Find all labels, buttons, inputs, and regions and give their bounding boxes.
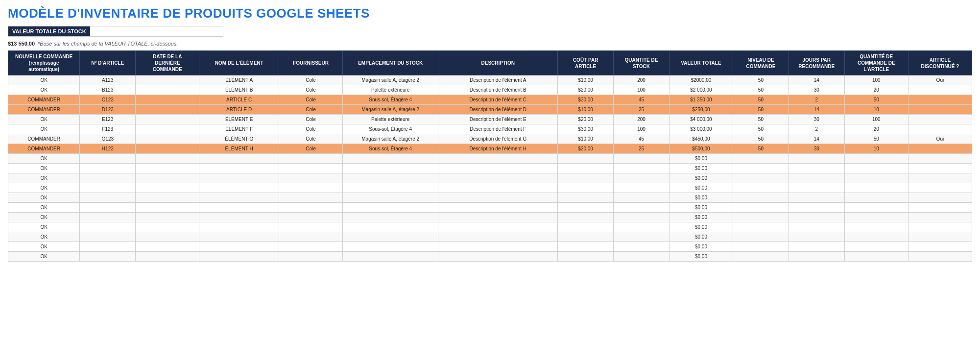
- cell-date[interactable]: [136, 242, 199, 252]
- cell-discontinu[interactable]: [908, 193, 972, 203]
- cell-discontinu[interactable]: [908, 124, 972, 134]
- cell-nouvelle[interactable]: COMMANDER: [8, 134, 80, 144]
- cell-jours[interactable]: 2: [789, 124, 844, 134]
- cell-quantite[interactable]: [614, 193, 669, 203]
- cell-numero[interactable]: B123: [80, 85, 136, 95]
- cell-niveau[interactable]: 50: [733, 144, 789, 154]
- cell-jours[interactable]: [789, 213, 844, 222]
- cell-date[interactable]: [136, 124, 199, 134]
- cell-fournisseur[interactable]: Cole: [279, 124, 342, 134]
- table-row[interactable]: OKA123ÉLÉMENT AColeMagasin salle A, étag…: [8, 75, 972, 85]
- cell-qte-commande[interactable]: [844, 213, 908, 222]
- cell-emplacement[interactable]: [343, 203, 438, 213]
- cell-numero[interactable]: [80, 222, 136, 232]
- cell-nom[interactable]: ARTICLE C: [199, 95, 279, 105]
- cell-cout[interactable]: [558, 232, 614, 242]
- cell-description[interactable]: Description de l'élément B: [438, 85, 558, 95]
- cell-numero[interactable]: F123: [80, 124, 136, 134]
- cell-discontinu[interactable]: [908, 203, 972, 213]
- cell-discontinu[interactable]: [908, 252, 972, 262]
- cell-fournisseur[interactable]: [279, 242, 342, 252]
- cell-date[interactable]: [136, 134, 199, 144]
- cell-discontinu[interactable]: [908, 242, 972, 252]
- cell-nom[interactable]: [199, 183, 279, 193]
- cell-niveau[interactable]: 50: [733, 75, 789, 85]
- table-row[interactable]: OK$0,00: [8, 154, 972, 164]
- cell-date[interactable]: [136, 252, 199, 262]
- cell-valeur[interactable]: $0,00: [669, 164, 733, 173]
- cell-discontinu[interactable]: [908, 115, 972, 124]
- cell-niveau[interactable]: [733, 183, 789, 193]
- cell-numero[interactable]: [80, 193, 136, 203]
- cell-fournisseur[interactable]: Cole: [279, 95, 342, 105]
- cell-cout[interactable]: $10,00: [558, 105, 614, 115]
- table-row[interactable]: OK$0,00: [8, 164, 972, 173]
- cell-nom[interactable]: ÉLÉMENT F: [199, 124, 279, 134]
- cell-fournisseur[interactable]: [279, 203, 342, 213]
- cell-description[interactable]: [438, 193, 558, 203]
- cell-description[interactable]: Description de l'élément D: [438, 105, 558, 115]
- cell-nouvelle[interactable]: OK: [8, 75, 80, 85]
- cell-qte-commande[interactable]: 100: [844, 75, 908, 85]
- cell-quantite[interactable]: 45: [614, 95, 669, 105]
- cell-cout[interactable]: [558, 213, 614, 222]
- cell-cout[interactable]: $30,00: [558, 95, 614, 105]
- cell-cout[interactable]: [558, 203, 614, 213]
- cell-emplacement[interactable]: [343, 193, 438, 203]
- cell-quantite[interactable]: 25: [614, 105, 669, 115]
- cell-quantite[interactable]: 200: [614, 115, 669, 124]
- cell-numero[interactable]: [80, 203, 136, 213]
- cell-cout[interactable]: [558, 173, 614, 183]
- cell-emplacement[interactable]: [343, 183, 438, 193]
- cell-emplacement[interactable]: Palette extérieure: [343, 115, 438, 124]
- cell-nom[interactable]: [199, 242, 279, 252]
- cell-date[interactable]: [136, 144, 199, 154]
- cell-fournisseur[interactable]: [279, 183, 342, 193]
- cell-niveau[interactable]: 50: [733, 124, 789, 134]
- cell-discontinu[interactable]: [908, 173, 972, 183]
- cell-valeur[interactable]: $0,00: [669, 252, 733, 262]
- cell-quantite[interactable]: [614, 222, 669, 232]
- cell-quantite[interactable]: 100: [614, 85, 669, 95]
- cell-jours[interactable]: 14: [789, 105, 844, 115]
- cell-niveau[interactable]: [733, 203, 789, 213]
- cell-emplacement[interactable]: [343, 252, 438, 262]
- cell-quantite[interactable]: 45: [614, 134, 669, 144]
- cell-jours[interactable]: 2: [789, 95, 844, 105]
- cell-quantite[interactable]: [614, 164, 669, 173]
- cell-jours[interactable]: 14: [789, 75, 844, 85]
- cell-description[interactable]: [438, 232, 558, 242]
- cell-nom[interactable]: ÉLÉMENT H: [199, 144, 279, 154]
- cell-cout[interactable]: [558, 242, 614, 252]
- cell-nom[interactable]: [199, 203, 279, 213]
- cell-valeur[interactable]: $2000,00: [669, 75, 733, 85]
- cell-nom[interactable]: [199, 252, 279, 262]
- cell-fournisseur[interactable]: [279, 252, 342, 262]
- cell-numero[interactable]: C123: [80, 95, 136, 105]
- cell-date[interactable]: [136, 213, 199, 222]
- cell-nouvelle[interactable]: OK: [8, 232, 80, 242]
- cell-niveau[interactable]: [733, 222, 789, 232]
- cell-fournisseur[interactable]: [279, 232, 342, 242]
- cell-discontinu[interactable]: [908, 222, 972, 232]
- table-row[interactable]: COMMANDERH123ÉLÉMENT HColeSous-sol, Étag…: [8, 144, 972, 154]
- cell-date[interactable]: [136, 173, 199, 183]
- cell-cout[interactable]: [558, 183, 614, 193]
- cell-nouvelle[interactable]: OK: [8, 242, 80, 252]
- table-row[interactable]: OK$0,00: [8, 242, 972, 252]
- cell-date[interactable]: [136, 203, 199, 213]
- cell-cout[interactable]: [558, 154, 614, 164]
- cell-nom[interactable]: [199, 193, 279, 203]
- cell-quantite[interactable]: [614, 203, 669, 213]
- cell-qte-commande[interactable]: 20: [844, 124, 908, 134]
- table-row[interactable]: COMMANDERC123ARTICLE CColeSous-sol, Étag…: [8, 95, 972, 105]
- table-row[interactable]: COMMANDERD123ARTICLE DColeMagasin salle …: [8, 105, 972, 115]
- table-row[interactable]: OKB123ÉLÉMENT BColePalette extérieureDes…: [8, 85, 972, 95]
- cell-cout[interactable]: [558, 164, 614, 173]
- cell-cout[interactable]: $30,00: [558, 124, 614, 134]
- cell-discontinu[interactable]: [908, 154, 972, 164]
- cell-numero[interactable]: [80, 213, 136, 222]
- cell-nom[interactable]: ARTICLE D: [199, 105, 279, 115]
- cell-nouvelle[interactable]: OK: [8, 252, 80, 262]
- cell-emplacement[interactable]: [343, 164, 438, 173]
